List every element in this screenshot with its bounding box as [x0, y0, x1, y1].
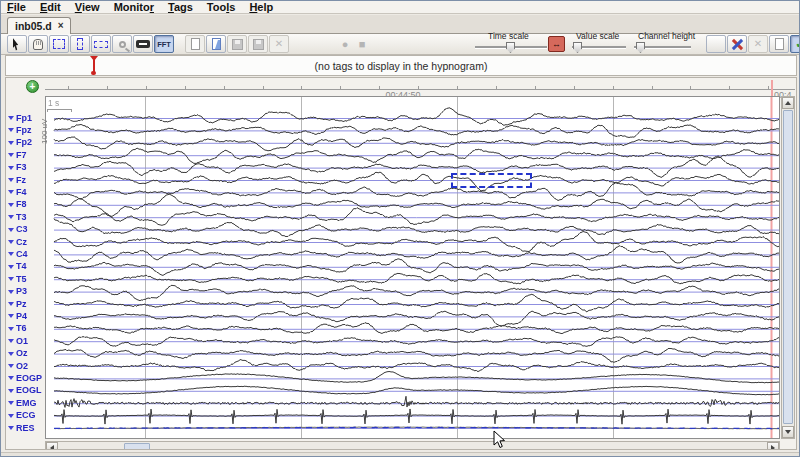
pan-tool-button[interactable] [28, 35, 48, 53]
channel-expand-triangle-icon[interactable] [8, 426, 14, 430]
channel-expand-triangle-icon[interactable] [8, 190, 14, 194]
channel-expand-triangle-icon[interactable] [8, 327, 14, 331]
channel-row-oz[interactable]: Oz [8, 349, 44, 359]
menu-monitor[interactable]: Monitor [114, 1, 154, 13]
channel-expand-triangle-icon[interactable] [8, 389, 14, 393]
channel-row-fp2[interactable]: Fp2 [8, 138, 44, 148]
save-as-button[interactable] [248, 35, 268, 53]
channel-row-emg[interactable]: EMG [8, 398, 44, 408]
value-scale-thumb[interactable] [573, 42, 582, 53]
channel-row-cz[interactable]: Cz [8, 237, 44, 247]
channel-row-fpz[interactable]: Fpz [8, 125, 44, 135]
scroll-right-button[interactable] [767, 442, 779, 450]
channel-expand-triangle-icon[interactable] [8, 252, 14, 256]
channel-label: T5 [16, 275, 27, 284]
channel-expand-triangle-icon[interactable] [8, 314, 14, 318]
selection-box[interactable] [451, 173, 532, 188]
channel-row-o1[interactable]: O1 [8, 336, 44, 346]
position-cursor-line-ruler [771, 80, 773, 96]
channel-row-p4[interactable]: P4 [8, 311, 44, 321]
channel-expand-triangle-icon[interactable] [8, 203, 14, 207]
channel-row-f4[interactable]: F4 [8, 187, 44, 197]
scroll-up-button[interactable] [782, 97, 794, 109]
channel-expand-triangle-icon[interactable] [8, 352, 14, 356]
channel-expand-triangle-icon[interactable] [8, 166, 14, 170]
channel-expand-triangle-icon[interactable] [8, 215, 14, 219]
channel-row-fz[interactable]: Fz [8, 175, 44, 185]
channel-expand-triangle-icon[interactable] [8, 339, 14, 343]
horizontal-scroll-thumb[interactable] [124, 443, 150, 450]
channel-expand-triangle-icon[interactable] [8, 153, 14, 157]
channel-height-thumb[interactable] [636, 42, 645, 53]
channel-expand-triangle-icon[interactable] [8, 240, 14, 244]
channel-row-p3[interactable]: P3 [8, 287, 44, 297]
channel-row-t5[interactable]: T5 [8, 274, 44, 284]
hypnogram-panel[interactable]: (no tags to display in the hypnogram) [5, 55, 797, 76]
channel-expand-triangle-icon[interactable] [8, 128, 14, 132]
channel-row-f7[interactable]: F7 [8, 150, 44, 160]
channel-row-ecg[interactable]: ECG [8, 411, 44, 421]
channel-row-t6[interactable]: T6 [8, 324, 44, 334]
channel-expand-triangle-icon[interactable] [8, 414, 14, 418]
channel-row-pz[interactable]: Pz [8, 299, 44, 309]
menu-tools[interactable]: Tools [207, 1, 236, 13]
horizontal-scrollbar[interactable] [45, 441, 780, 450]
stop-button[interactable]: ■ [354, 36, 370, 52]
time-sync-button[interactable]: ↔ [548, 36, 565, 52]
menu-help[interactable]: Help [249, 1, 273, 13]
zoom-tool-button[interactable] [112, 35, 132, 53]
channel-row-t3[interactable]: T3 [8, 212, 44, 222]
vertical-scrollbar[interactable] [781, 96, 795, 439]
ruler-tick [652, 86, 653, 89]
menu-file[interactable]: File [7, 1, 26, 13]
tag-tools-button[interactable] [727, 35, 747, 53]
channel-expand-triangle-icon[interactable] [8, 277, 14, 281]
channel-row-eogl[interactable]: EOGL [8, 386, 44, 396]
channel-expand-triangle-icon[interactable] [8, 302, 14, 306]
menu-tags[interactable]: Tags [168, 1, 193, 13]
channel-row-eogp[interactable]: EOGP [8, 373, 44, 383]
tab-close-icon[interactable]: × [58, 21, 64, 31]
add-tag-button[interactable]: + [26, 80, 39, 93]
channel-expand-triangle-icon[interactable] [8, 116, 14, 120]
menu-edit[interactable]: Edit [40, 1, 61, 13]
turn-page-button[interactable] [206, 35, 226, 53]
vertical-scroll-thumb[interactable] [783, 110, 793, 424]
channel-expand-triangle-icon[interactable] [8, 290, 14, 294]
save-button[interactable] [227, 35, 247, 53]
channel-expand-triangle-icon[interactable] [8, 364, 14, 368]
menu-view[interactable]: View [75, 1, 100, 13]
channel-row-f8[interactable]: F8 [8, 200, 44, 210]
select-rect-tool-button[interactable] [49, 35, 69, 53]
filter-toggle-button[interactable]: ✔ [790, 35, 800, 53]
record-button[interactable]: ● [337, 36, 353, 52]
channel-expand-triangle-icon[interactable] [8, 401, 14, 405]
channel-expand-triangle-icon[interactable] [8, 265, 14, 269]
fft-tool-button[interactable]: FFT [154, 35, 174, 53]
channel-expand-triangle-icon[interactable] [8, 228, 14, 232]
channel-expand-triangle-icon[interactable] [8, 376, 14, 380]
new-page-button[interactable] [185, 35, 205, 53]
tab-inb05[interactable]: inb05.d × [7, 17, 71, 34]
scroll-left-button[interactable] [46, 442, 58, 450]
channel-row-fp1[interactable]: Fp1 [8, 113, 44, 123]
tag-delete-button[interactable]: ✕ [748, 35, 768, 53]
channel-expand-triangle-icon[interactable] [8, 178, 14, 182]
report-page-button[interactable] [769, 35, 789, 53]
channel-row-f3[interactable]: F3 [8, 163, 44, 173]
select-row-tool-button[interactable] [91, 35, 111, 53]
channel-row-o2[interactable]: O2 [8, 361, 44, 371]
pointer-tool-button[interactable] [7, 35, 27, 53]
scroll-down-button[interactable] [782, 426, 794, 438]
eeg-plot-canvas[interactable] [46, 97, 779, 438]
time-scale-thumb[interactable] [506, 42, 515, 53]
select-column-tool-button[interactable] [70, 35, 90, 53]
tag-pen-button[interactable] [706, 35, 726, 53]
channel-row-c4[interactable]: C4 [8, 249, 44, 259]
channel-row-c3[interactable]: C3 [8, 225, 44, 235]
channel-row-t4[interactable]: T4 [8, 262, 44, 272]
close-file-button[interactable]: ✕ [269, 35, 289, 53]
channel-row-res[interactable]: RES [8, 423, 44, 433]
measure-tool-button[interactable] [133, 35, 153, 53]
channel-expand-triangle-icon[interactable] [8, 141, 14, 145]
